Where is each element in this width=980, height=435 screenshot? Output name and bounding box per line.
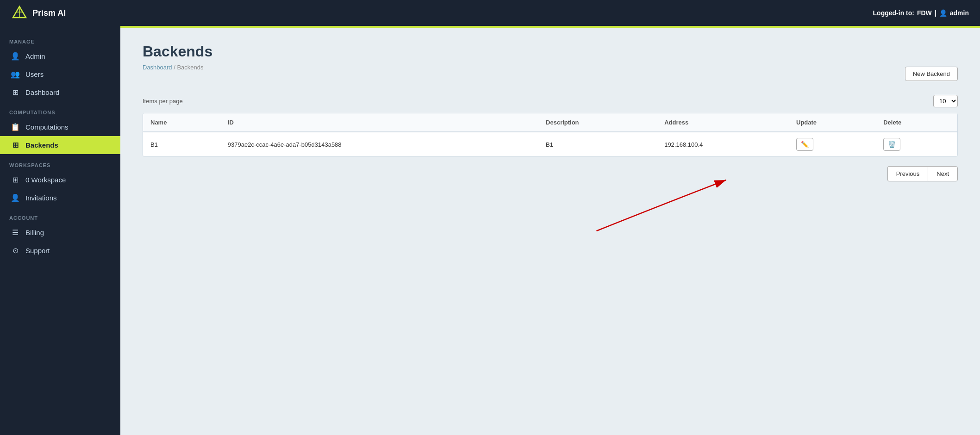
users-icon: 👥 xyxy=(11,70,20,79)
sidebar-item-backends[interactable]: ⊞ Backends xyxy=(0,136,120,154)
cell-address: 192.168.100.4 xyxy=(657,132,789,156)
computations-section-label: COMPUTATIONS xyxy=(0,101,120,118)
sidebar-item-label-dashboard: Dashboard xyxy=(25,88,59,96)
col-header-address: Address xyxy=(657,113,789,132)
table-row: B1 9379ae2c-ccac-4a6e-ada7-b05d3143a588 … xyxy=(143,132,957,156)
app-title: Prism AI xyxy=(32,8,66,18)
main-content: Backends Dashboard / Backends New Backen… xyxy=(120,26,980,435)
update-button[interactable]: ✏️ xyxy=(796,138,813,151)
pagination-row: Previous Next xyxy=(143,166,958,181)
breadcrumb-separator: / xyxy=(172,64,177,71)
sidebar-item-workspace[interactable]: ⊞ 0 Workspace xyxy=(0,171,120,189)
content-area: Backends Dashboard / Backends New Backen… xyxy=(120,28,980,435)
admin-icon: 👤 xyxy=(11,52,20,61)
col-header-description: Description xyxy=(538,113,657,132)
items-per-page-row: Items per page 10 25 50 xyxy=(143,95,958,107)
sidebar-item-label-billing: Billing xyxy=(25,229,44,236)
sidebar-item-label-support: Support xyxy=(25,247,50,255)
computations-icon: 📋 xyxy=(11,123,20,131)
page-title: Backends xyxy=(143,43,958,60)
dashboard-icon: ⊞ xyxy=(11,88,20,97)
username: admin xyxy=(950,9,969,17)
cell-delete: 🗑️ xyxy=(876,132,957,156)
manage-section-label: MANAGE xyxy=(0,31,120,47)
sidebar-item-dashboard[interactable]: ⊞ Dashboard xyxy=(0,83,120,101)
sidebar-item-label-backends: Backends xyxy=(25,141,58,149)
user-icon: 👤 xyxy=(939,9,947,17)
previous-button[interactable]: Previous xyxy=(887,166,928,181)
billing-icon: ☰ xyxy=(11,228,20,237)
cell-description: B1 xyxy=(538,132,657,156)
account-section-label: ACCOUNT xyxy=(0,207,120,224)
backends-table-wrapper: Name ID Description Address Update Delet… xyxy=(143,113,958,157)
sidebar-item-label-admin: Admin xyxy=(25,52,45,60)
sidebar-item-invitations[interactable]: 👤 Invitations xyxy=(0,189,120,207)
invitations-icon: 👤 xyxy=(11,193,20,202)
breadcrumb-current: Backends xyxy=(177,64,203,71)
logged-in-label: Logged-in to: xyxy=(873,9,914,17)
sidebar-item-label-workspace: 0 Workspace xyxy=(25,176,66,184)
cell-update: ✏️ xyxy=(789,132,876,156)
new-backend-button[interactable]: New Backend xyxy=(905,67,958,81)
col-header-update: Update xyxy=(789,113,876,132)
sidebar-item-label-computations: Computations xyxy=(25,123,69,131)
cell-id: 9379ae2c-ccac-4a6e-ada7-b05d3143a588 xyxy=(220,132,538,156)
topbar: Prism AI Logged-in to: FDW | 👤 admin xyxy=(0,0,980,26)
backends-icon: ⊞ xyxy=(11,141,20,149)
support-icon: ⊙ xyxy=(11,246,20,255)
layout: MANAGE 👤 Admin 👥 Users ⊞ Dashboard COMPU… xyxy=(0,26,980,435)
delete-button[interactable]: 🗑️ xyxy=(883,138,900,151)
items-per-page-label: Items per page xyxy=(143,98,183,105)
prism-logo-icon xyxy=(11,5,28,21)
col-header-name: Name xyxy=(143,113,220,132)
logo: Prism AI xyxy=(11,5,66,21)
cell-name: B1 xyxy=(143,132,220,156)
sidebar-item-label-users: Users xyxy=(25,70,44,78)
sidebar-item-users[interactable]: 👥 Users xyxy=(0,65,120,83)
breadcrumb: Dashboard / Backends xyxy=(143,64,204,71)
table-header-row: Name ID Description Address Update Delet… xyxy=(143,113,957,132)
next-button[interactable]: Next xyxy=(928,166,958,181)
col-header-delete: Delete xyxy=(876,113,957,132)
sidebar-item-support[interactable]: ⊙ Support xyxy=(0,242,120,260)
pagination-annotation-container: Previous Next xyxy=(143,166,958,181)
items-per-page-select[interactable]: 10 25 50 xyxy=(933,95,958,107)
workspaces-section-label: WORKSPACES xyxy=(0,154,120,171)
workspace-name: FDW xyxy=(917,9,932,17)
sidebar-item-label-invitations: Invitations xyxy=(25,194,57,202)
breadcrumb-home-link[interactable]: Dashboard xyxy=(143,64,172,71)
sidebar-item-computations[interactable]: 📋 Computations xyxy=(0,118,120,136)
sidebar: MANAGE 👤 Admin 👥 Users ⊞ Dashboard COMPU… xyxy=(0,26,120,435)
topbar-user-info: Logged-in to: FDW | 👤 admin xyxy=(873,9,969,17)
sidebar-item-billing[interactable]: ☰ Billing xyxy=(0,224,120,242)
sidebar-item-admin[interactable]: 👤 Admin xyxy=(0,47,120,65)
backends-table: Name ID Description Address Update Delet… xyxy=(143,113,957,156)
col-header-id: ID xyxy=(220,113,538,132)
workspace-icon: ⊞ xyxy=(11,175,20,184)
